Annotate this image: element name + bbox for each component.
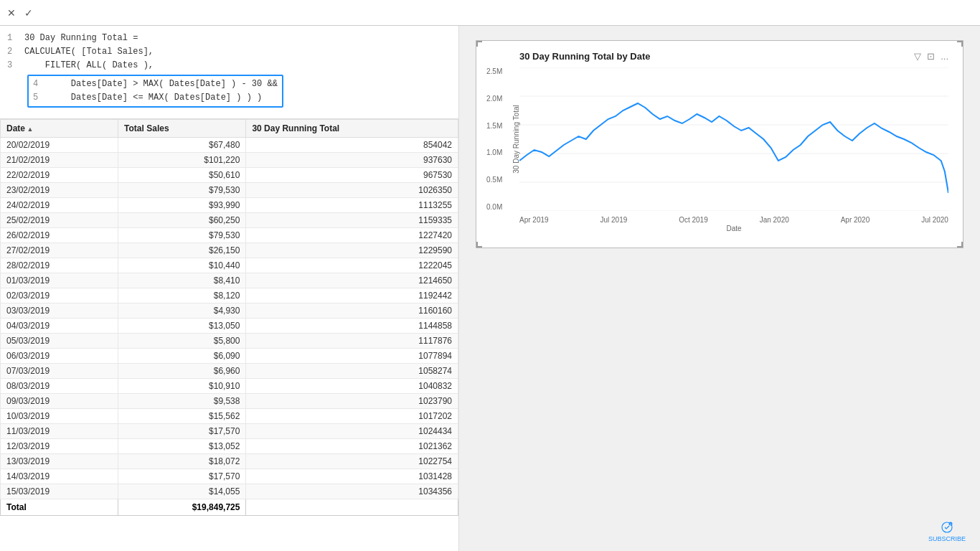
table-cell-4-1: $93,990 — [118, 198, 246, 213]
y-label-2: 1.5M — [486, 122, 502, 130]
table-cell-12-0: 04/03/2019 — [1, 319, 118, 334]
line-num-4: 4 — [33, 77, 42, 91]
table-body: 20/02/2019$67,48085404221/02/2019$101,22… — [1, 138, 458, 499]
footer-running-total — [246, 499, 458, 516]
code-line-2: 2 CALCULATE( [Total Sales], — [7, 45, 451, 59]
filter-icon[interactable]: ▽ — [914, 51, 921, 62]
table-row: 01/03/2019$8,4101214650 — [1, 273, 458, 288]
table-row: 14/03/2019$17,5701031428 — [1, 469, 458, 484]
top-bar: ✕ ✓ — [0, 0, 980, 26]
table-cell-23-2: 1034356 — [246, 484, 458, 499]
table-cell-0-2: 854042 — [246, 138, 458, 153]
data-table: Date Total Sales 30 Day Running Total 20… — [0, 119, 458, 516]
col-date[interactable]: Date — [1, 120, 118, 138]
table-cell-1-2: 937630 — [246, 153, 458, 168]
table-cell-12-2: 1144858 — [246, 319, 458, 334]
expand-icon[interactable]: ⊡ — [927, 51, 935, 62]
table-cell-9-2: 1214650 — [246, 273, 458, 288]
col-running-total[interactable]: 30 Day Running Total — [246, 120, 458, 138]
table-header-row: Date Total Sales 30 Day Running Total — [1, 120, 458, 138]
table-row: 11/03/2019$17,5701024434 — [1, 424, 458, 439]
table-cell-5-0: 25/02/2019 — [1, 213, 118, 228]
subscribe-icon — [941, 521, 953, 534]
chart-area: 30 Day Running Total 2.5M 2.0M 1.5M 1.0M… — [519, 67, 948, 211]
table-row: 04/03/2019$13,0501144858 — [1, 319, 458, 334]
table-cell-21-1: $18,072 — [118, 454, 246, 469]
more-icon[interactable]: ... — [941, 51, 948, 62]
main-content: 1 30 Day Running Total = 2 CALCULATE( [T… — [0, 26, 980, 551]
table-row: 13/03/2019$18,0721022754 — [1, 454, 458, 469]
table-cell-15-1: $6,960 — [118, 364, 246, 379]
line-num-1: 1 — [7, 32, 16, 45]
subscribe-badge: SUBSCRIBE — [928, 521, 966, 542]
table-cell-11-0: 03/03/2019 — [1, 303, 118, 319]
table-cell-7-0: 27/02/2019 — [1, 243, 118, 258]
table-cell-4-2: 1113255 — [246, 198, 458, 213]
table-cell-2-1: $50,610 — [118, 168, 246, 183]
table-cell-13-1: $5,800 — [118, 334, 246, 349]
table-cell-7-1: $26,150 — [118, 243, 246, 258]
table-cell-6-1: $79,530 — [118, 228, 246, 243]
table-cell-3-0: 23/02/2019 — [1, 183, 118, 198]
table-row: 28/02/2019$10,4401222045 — [1, 258, 458, 273]
table-cell-16-1: $10,910 — [118, 379, 246, 394]
table-cell-6-2: 1227420 — [246, 228, 458, 243]
table-row: 15/03/2019$14,0551034356 — [1, 484, 458, 499]
table-cell-20-1: $13,052 — [118, 439, 246, 454]
table-cell-14-1: $6,090 — [118, 349, 246, 364]
table-cell-15-0: 07/03/2019 — [1, 364, 118, 379]
chart-icons: ▽ ⊡ ... — [914, 51, 948, 62]
check-icon[interactable]: ✓ — [24, 7, 33, 19]
table-cell-18-2: 1017202 — [246, 409, 458, 424]
table-cell-15-2: 1058274 — [246, 364, 458, 379]
table-cell-3-2: 1026350 — [246, 183, 458, 198]
line-num-2: 2 — [7, 45, 16, 59]
table-cell-4-0: 24/02/2019 — [1, 198, 118, 213]
left-panel: 1 30 Day Running Total = 2 CALCULATE( [T… — [0, 26, 459, 551]
table-footer-row: Total $19,849,725 — [1, 499, 458, 516]
chart-svg — [519, 67, 948, 211]
table-cell-3-1: $79,530 — [118, 183, 246, 198]
y-label-4: 0.5M — [486, 176, 502, 184]
table-cell-14-0: 06/03/2019 — [1, 349, 118, 364]
table-cell-22-2: 1031428 — [246, 469, 458, 484]
subscribe-label[interactable]: SUBSCRIBE — [928, 535, 966, 542]
chart-line — [519, 103, 948, 193]
table-cell-8-2: 1222045 — [246, 258, 458, 273]
close-icon[interactable]: ✕ — [7, 7, 16, 19]
x-label-0: Apr 2019 — [519, 216, 549, 224]
table-cell-21-0: 13/03/2019 — [1, 454, 118, 469]
table-row: 02/03/2019$8,1201192442 — [1, 288, 458, 303]
y-label-3: 1.0M — [486, 149, 502, 156]
y-label-5: 0.0M — [486, 203, 502, 211]
x-axis-label: Date — [726, 225, 741, 232]
table-cell-6-0: 26/02/2019 — [1, 228, 118, 243]
table-row: 26/02/2019$79,5301227420 — [1, 228, 458, 243]
table-row: 25/02/2019$60,2501159335 — [1, 213, 458, 228]
x-label-4: Apr 2020 — [841, 216, 870, 224]
x-label-5: Jul 2020 — [921, 216, 948, 224]
corner-tr — [957, 41, 963, 47]
footer-total-sales: $19,849,725 — [118, 499, 246, 516]
table-cell-13-2: 1117876 — [246, 334, 458, 349]
table-row: 24/02/2019$93,9901113255 — [1, 198, 458, 213]
table-cell-0-0: 20/02/2019 — [1, 138, 118, 153]
table-row: 05/03/2019$5,8001117876 — [1, 334, 458, 349]
x-labels: Apr 2019 Jul 2019 Oct 2019 Jan 2020 Apr … — [519, 216, 948, 224]
table-row: 23/02/2019$79,5301026350 — [1, 183, 458, 198]
code-content-3: FILTER( ALL( Dates ), — [24, 59, 154, 72]
code-editor[interactable]: 1 30 Day Running Total = 2 CALCULATE( [T… — [0, 26, 458, 119]
chart-title: 30 Day Running Total by Date — [519, 51, 651, 62]
table-cell-22-1: $17,570 — [118, 469, 246, 484]
table-cell-22-0: 14/03/2019 — [1, 469, 118, 484]
col-total-sales[interactable]: Total Sales — [118, 120, 246, 138]
code-line-1: 1 30 Day Running Total = — [7, 32, 451, 45]
code-content-4: Dates[Date] > MAX( Dates[Date] ) - 30 && — [50, 77, 278, 91]
table-cell-1-1: $101,220 — [118, 153, 246, 168]
table-cell-2-2: 967530 — [246, 168, 458, 183]
table-row: 09/03/2019$9,5381023790 — [1, 394, 458, 409]
table-cell-1-0: 21/02/2019 — [1, 153, 118, 168]
line-num-5: 5 — [33, 91, 42, 105]
table-row: 27/02/2019$26,1501229590 — [1, 243, 458, 258]
code-content-1: 30 Day Running Total = — [24, 32, 138, 45]
